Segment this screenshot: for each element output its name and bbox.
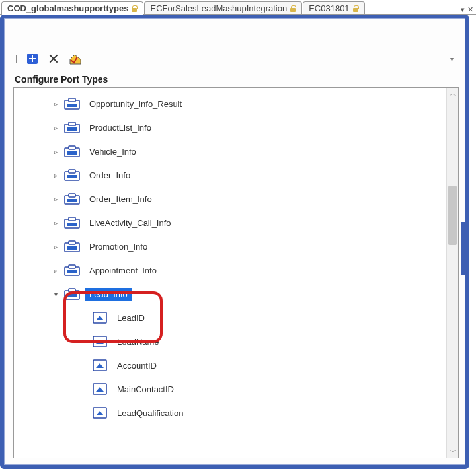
svg-rect-26: [69, 289, 75, 292]
svg-rect-23: [69, 265, 75, 268]
add-button[interactable]: [25, 52, 40, 66]
tree-scroll-area[interactable]: ▹Opportunity_Info_Result▹ProductList_Inf…: [14, 88, 446, 458]
port-types-tree: ▹Opportunity_Info_Result▹ProductList_Inf…: [13, 87, 459, 458]
tree-item[interactable]: LeadQualification: [14, 401, 446, 425]
tree-item-label: Vehicle_Info: [85, 145, 140, 158]
tree-item-label: AccountID: [113, 359, 161, 372]
svg-rect-27: [67, 294, 77, 297]
svg-rect-15: [67, 199, 77, 202]
lock-icon: [352, 5, 359, 12]
attribute-icon: [92, 335, 108, 348]
svg-rect-18: [67, 223, 77, 226]
lock-icon: [131, 5, 138, 12]
port-type-icon: [64, 121, 80, 134]
expand-icon[interactable]: ▹: [52, 219, 59, 227]
tab-cod-globalmashupporttypes[interactable]: COD_globalmashupporttypes: [1, 1, 143, 15]
tree-item-label: LiveActivity_Call_Info: [85, 217, 175, 229]
tree-item[interactable]: AccountID: [14, 353, 446, 377]
attribute-icon: [92, 406, 108, 419]
port-type-icon: [64, 264, 80, 277]
port-type-icon: [64, 240, 80, 253]
editor-frame: ▾ Configure Port Types ▹Opportunity_Info…: [0, 15, 469, 469]
tree-item[interactable]: LeadID: [14, 306, 446, 330]
svg-rect-12: [67, 175, 77, 178]
editor-content: ▾ Configure Port Types ▹Opportunity_Info…: [4, 18, 465, 465]
port-type-icon: [64, 97, 80, 110]
tab-label: EC031801: [309, 3, 349, 13]
panel-minimize-button[interactable]: ▾: [461, 5, 465, 14]
port-type-icon: [64, 192, 80, 205]
tree-item-label: LeadQualification: [113, 407, 187, 419]
tab-ec031801[interactable]: EC031801: [303, 1, 364, 14]
attribute-icon: [92, 382, 108, 396]
tab-label: ECForSalesLeadMashupIntegration: [150, 3, 287, 13]
validate-button[interactable]: [67, 52, 82, 66]
tab-ecforsalesleadmashupintegration[interactable]: ECForSalesLeadMashupIntegration: [144, 1, 302, 14]
svg-rect-9: [67, 151, 77, 155]
scroll-track[interactable]: [447, 100, 458, 446]
scroll-thumb[interactable]: [448, 186, 457, 245]
svg-rect-14: [69, 194, 75, 197]
svg-rect-5: [69, 122, 75, 126]
tree-item[interactable]: ▾Lead_Info: [14, 282, 446, 306]
tree-item-label: LeadName: [113, 336, 163, 348]
tree-item[interactable]: ▹Opportunity_Info_Result: [14, 92, 446, 116]
port-type-icon: [64, 168, 80, 182]
tree-item-label: MainContactID: [113, 383, 178, 396]
lock-icon: [290, 5, 296, 12]
x-icon: [48, 53, 60, 65]
tree-item-label: Order_Info: [85, 169, 134, 182]
tree-item[interactable]: ▹Order_Item_Info: [14, 187, 446, 211]
expand-icon[interactable]: ▹: [52, 124, 59, 131]
tree-item[interactable]: ▹Vehicle_Info: [14, 139, 446, 163]
scroll-up-button[interactable]: ︿: [447, 88, 458, 100]
tree-item-label: ProductList_Info: [85, 122, 155, 134]
expand-icon[interactable]: ▹: [52, 243, 59, 250]
tree-item[interactable]: ▹ProductList_Info: [14, 116, 446, 139]
svg-rect-8: [69, 146, 75, 149]
expand-icon[interactable]: ▹: [52, 196, 59, 203]
plus-icon: [27, 54, 38, 64]
panel-close-button[interactable]: ✕: [467, 5, 473, 14]
frame-handle-right[interactable]: [461, 222, 468, 275]
svg-rect-3: [67, 104, 77, 107]
section-title: Configure Port Types: [13, 69, 459, 87]
port-type-icon: [64, 287, 80, 301]
svg-rect-24: [67, 270, 77, 273]
tree-item-label: LeadID: [113, 312, 149, 324]
collapse-icon[interactable]: ▾: [52, 291, 59, 298]
toolbar-grip[interactable]: [16, 55, 17, 63]
expand-icon[interactable]: ▹: [52, 100, 59, 108]
tree-item-label: Appointment_Info: [85, 264, 161, 277]
svg-rect-2: [69, 98, 75, 102]
expand-icon[interactable]: ▹: [52, 267, 59, 274]
port-type-icon: [64, 216, 80, 229]
svg-rect-6: [67, 127, 77, 131]
attribute-icon: [92, 311, 108, 324]
toolbar-overflow-button[interactable]: ▾: [450, 55, 456, 63]
port-type-icon: [64, 145, 80, 158]
validate-icon: [69, 54, 81, 64]
svg-rect-21: [67, 246, 77, 250]
tree-item[interactable]: ▹Appointment_Info: [14, 258, 446, 282]
tree-item[interactable]: ▹Order_Info: [14, 163, 446, 187]
svg-rect-11: [69, 170, 75, 173]
scroll-down-button[interactable]: ﹀: [447, 446, 458, 458]
tree-item[interactable]: MainContactID: [14, 377, 446, 401]
delete-button[interactable]: [46, 52, 61, 66]
expand-icon[interactable]: ▹: [52, 172, 59, 179]
vertical-scrollbar[interactable]: ︿ ﹀: [446, 88, 458, 458]
tree-item[interactable]: ▹Promotion_Info: [14, 234, 446, 258]
tree-item-label: Promotion_Info: [85, 240, 151, 253]
tab-strip: COD_globalmashupporttypes ECForSalesLead…: [0, 0, 476, 15]
expand-icon[interactable]: ▹: [52, 148, 59, 155]
attribute-icon: [92, 359, 108, 372]
toolbar: ▾: [13, 49, 459, 69]
tree-item[interactable]: LeadName: [14, 330, 446, 353]
tree-item-label: Opportunity_Info_Result: [85, 98, 186, 110]
svg-rect-20: [69, 241, 75, 244]
svg-rect-17: [69, 217, 75, 221]
tab-label: COD_globalmashupporttypes: [7, 3, 128, 13]
tree-item[interactable]: ▹LiveActivity_Call_Info: [14, 211, 446, 234]
tree-item-label: Order_Item_Info: [85, 193, 156, 205]
